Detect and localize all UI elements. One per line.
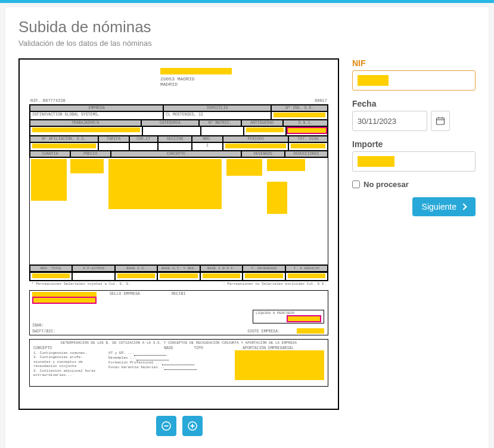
no-procesar-label: No procesar	[363, 180, 409, 189]
fecha-highlight	[32, 297, 97, 304]
page-subtitle: Validación de los datos de las nóminas	[18, 39, 476, 48]
content-row: 28053 MADRID MADRID NIF. B87774220 80017…	[18, 58, 476, 436]
nif-header-row: NIF. B87774220 80017	[29, 98, 328, 104]
page-container: Subida de nóminas Validación de los dato…	[5, 7, 489, 448]
form-column: NIF Fecha Importe	[352, 58, 476, 216]
accent-bar	[0, 0, 494, 3]
address-postal: 28053 MADRID	[160, 76, 195, 82]
payslip-preview: 28053 MADRID MADRID NIF. B87774220 80017…	[18, 58, 339, 410]
minus-icon	[161, 421, 171, 431]
nif-input[interactable]	[352, 70, 476, 91]
calendar-button[interactable]	[431, 111, 450, 131]
liquido-highlight	[287, 315, 321, 322]
chevron-right-icon	[460, 203, 467, 210]
calendar-icon	[436, 116, 445, 126]
totals-row: REM. TOTAL P.P.EXTRAS BASE S.S. BASE A.T…	[29, 265, 328, 272]
importe-label: Importe	[352, 139, 476, 149]
nif-redacted	[358, 75, 389, 86]
plus-icon	[188, 421, 197, 431]
dni-highlight	[287, 127, 327, 134]
zoom-in-button[interactable]	[182, 416, 203, 436]
address-block: 28053 MADRID MADRID	[160, 68, 328, 88]
svg-rect-5	[437, 118, 445, 125]
importe-input[interactable]	[352, 151, 476, 172]
no-procesar-checkbox[interactable]	[352, 181, 360, 188]
zoom-controls	[18, 416, 340, 436]
nif-label: NIF	[352, 58, 476, 68]
fecha-label: Fecha	[352, 99, 476, 108]
detail-block	[29, 158, 328, 265]
siguiente-button[interactable]: Siguiente	[412, 197, 476, 216]
address-city: MADRID	[160, 82, 178, 87]
page-title: Subida de nóminas	[18, 18, 476, 36]
fecha-input[interactable]	[352, 111, 427, 131]
importe-redacted	[358, 156, 394, 167]
payslip-table: EMPRESA DOMICILIO Nº INS. S.S. INTINOVAC…	[29, 104, 328, 158]
cotizacion-block: DETERMINACIÓN DE LAS B. DE COTIZACIÓN A …	[29, 339, 328, 387]
redacted-name	[160, 68, 232, 74]
document-column: 28053 MADRID MADRID NIF. B87774220 80017…	[18, 58, 340, 436]
signature-block: SELLO EMPRESA RECIBI LIQUIDO A PERCIBIR …	[29, 290, 328, 335]
zoom-out-button[interactable]	[156, 416, 176, 436]
